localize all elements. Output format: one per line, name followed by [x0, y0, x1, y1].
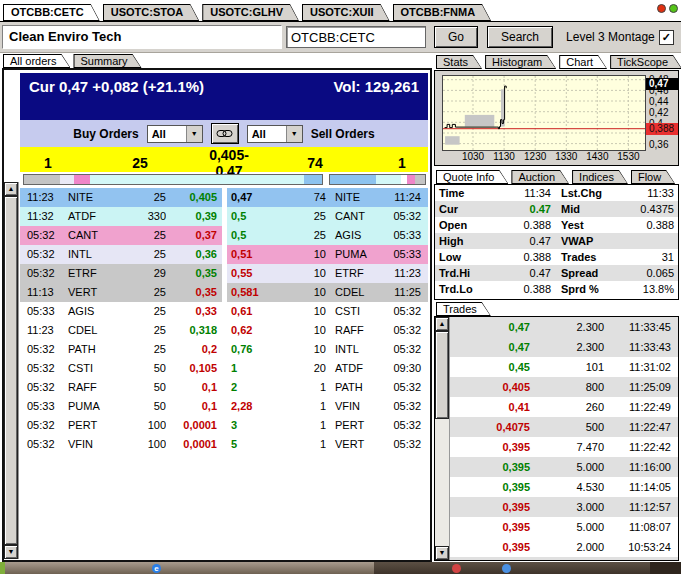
ask-cell[interactable]: 5 1 VERT 05:32 [227, 435, 428, 454]
quote-tab[interactable]: Quote Info [436, 170, 508, 184]
trades-tab[interactable]: Trades [436, 302, 491, 316]
chevron-down-icon[interactable]: ▼ [286, 126, 302, 142]
bid-cell[interactable]: 05:32 INTL 25 0,36 [20, 245, 222, 264]
order-book-row[interactable]: 11:32 ATDF 330 0,39 0,5 25 CANT 05:32 [20, 207, 428, 226]
ask-cell[interactable]: 0,61 10 CSTI 05:32 [227, 302, 428, 321]
symbol-tab[interactable]: OTCBB:FNMA [393, 4, 492, 21]
depth-segment [24, 175, 60, 184]
orders-view-tab[interactable]: All orders [3, 54, 70, 68]
bid-cell[interactable]: 11:32 ATDF 330 0,39 [20, 207, 222, 226]
close-icon[interactable] [657, 4, 666, 13]
order-book-row[interactable]: 05:32 CSTI 50 0,105 1 20 ATDF 09:30 [20, 359, 428, 378]
level3-montage-checkbox[interactable]: ✓ [659, 30, 674, 45]
minimize-icon[interactable] [669, 4, 678, 13]
bid-cell[interactable]: 05:32 RAFF 50 0,1 [20, 378, 222, 397]
bid-time: 05:32 [20, 435, 63, 454]
scroll-up-icon[interactable]: ▲ [435, 317, 449, 331]
order-book-row[interactable]: 11:23 NITE 25 0,405 0,47 74 NITE 11:24 [20, 188, 428, 207]
trade-size: 4.530 [530, 477, 604, 497]
ask-time: 05:32 [381, 397, 428, 416]
media-app-icon[interactable] [452, 564, 461, 573]
ask-cell[interactable]: 3 1 PERT 05:32 [227, 416, 428, 435]
ask-cell[interactable]: 0,5 25 CANT 05:32 [227, 207, 428, 226]
browser-icon[interactable]: e [152, 564, 161, 573]
symbol-tab[interactable]: USOTC:STOA [103, 4, 200, 21]
bid-cell[interactable]: 05:32 CANT 25 0,37 [20, 226, 222, 245]
buy-filter-select[interactable]: All ▼ [147, 125, 203, 143]
trades-scrollbar-thumb[interactable] [435, 331, 449, 419]
bid-time: 05:32 [20, 359, 63, 378]
ask-cell[interactable]: 2,28 1 VFIN 05:32 [227, 397, 428, 416]
quote-value [623, 233, 674, 249]
book-scrollbar-thumb[interactable] [4, 196, 18, 545]
order-book-row[interactable]: 05:32 PERT 100 0,0001 3 1 PERT 05:32 [20, 416, 428, 435]
sell-filter-select[interactable]: All ▼ [247, 125, 303, 143]
ask-cell[interactable]: 0,76 10 INTL 05:32 [227, 340, 428, 359]
search-button[interactable]: Search [487, 26, 553, 48]
order-book-row[interactable]: 05:32 INTL 25 0,36 0,51 10 PUMA 05:33 [20, 245, 428, 264]
analysis-tab[interactable]: Chart [559, 55, 607, 69]
symbol-input[interactable] [286, 26, 426, 48]
order-book-row[interactable]: 05:32 RAFF 50 0,1 2 1 PATH 05:32 [20, 378, 428, 397]
bid-cell[interactable]: 05:32 PERT 100 0,0001 [20, 416, 222, 435]
trade-row: 0,395 2.000 10:53:24 [450, 537, 678, 557]
symbol-tab-label: OTCBB:FNMA [393, 4, 492, 21]
start-edge-icon[interactable] [0, 562, 5, 574]
go-button[interactable]: Go [434, 26, 478, 48]
ask-size: 1 [285, 378, 326, 397]
ask-cell[interactable]: 0,55 10 ETRF 11:23 [227, 264, 428, 283]
window-controls [657, 4, 678, 13]
analysis-tab[interactable]: TickScope [610, 55, 681, 69]
order-book-row[interactable]: 05:32 ETRF 29 0,35 0,55 10 ETRF 11:23 [20, 264, 428, 283]
bid-time: 11:23 [20, 321, 63, 340]
bid-cell[interactable]: 11:23 CDEL 25 0,318 [20, 321, 222, 340]
ask-cell[interactable]: 1 20 ATDF 09:30 [227, 359, 428, 378]
bid-cell[interactable]: 11:23 NITE 25 0,405 [20, 188, 222, 207]
order-book-row[interactable]: 05:33 AGIS 25 0,33 0,61 10 CSTI 05:32 [20, 302, 428, 321]
quote-label: High [439, 233, 493, 249]
chat-app-icon[interactable] [502, 564, 511, 573]
ask-cell[interactable]: 0,5 25 AGIS 05:33 [227, 226, 428, 245]
bid-cell[interactable]: 05:32 PATH 25 0,2 [20, 340, 222, 359]
book-scrollbar[interactable]: ▲ ▼ [4, 182, 19, 559]
scroll-up-icon[interactable]: ▲ [4, 182, 18, 196]
bid-cell[interactable]: 05:33 AGIS 25 0,33 [20, 302, 222, 321]
chevron-down-icon[interactable]: ▼ [186, 126, 202, 142]
ask-cell[interactable]: 0,62 10 RAFF 05:32 [227, 321, 428, 340]
quote-tab[interactable]: Indices [572, 170, 628, 184]
order-book-row[interactable]: 05:32 VFIN 100 0,0001 5 1 VERT 05:32 [20, 435, 428, 454]
bid-cell[interactable]: 05:32 CSTI 50 0,105 [20, 359, 222, 378]
trades-scrollbar[interactable]: ▲ ▼ [435, 317, 450, 560]
bid-time: 05:32 [20, 264, 63, 283]
scroll-down-icon[interactable]: ▼ [435, 546, 449, 560]
bid-cell[interactable]: 11:13 VERT 25 0,35 [20, 283, 222, 302]
symbol-tab[interactable]: USOTC:GLHV [202, 4, 299, 21]
order-book-row[interactable]: 05:32 CANT 25 0,37 0,5 25 AGIS 05:33 [20, 226, 428, 245]
order-book-row[interactable]: 05:32 PATH 25 0,2 0,76 10 INTL 05:32 [20, 340, 428, 359]
ask-cell[interactable]: 0,581 10 CDEL 11:25 [227, 283, 428, 302]
ask-mm: RAFF [326, 321, 381, 340]
quote-tab[interactable]: Flow [631, 170, 675, 184]
symbol-tab[interactable]: USOTC:XUII [302, 4, 390, 21]
scroll-down-icon[interactable]: ▼ [4, 545, 18, 559]
bid-cell[interactable]: 05:32 VFIN 100 0,0001 [20, 435, 222, 454]
ask-cell[interactable]: 2 1 PATH 05:32 [227, 378, 428, 397]
ask-mm: VERT [326, 435, 381, 454]
analysis-tab[interactable]: Histogram [485, 55, 556, 69]
ask-mm: CANT [326, 207, 381, 226]
link-filters-button[interactable] [211, 123, 239, 144]
quote-tab[interactable]: Auction [511, 170, 569, 184]
depth-bars [20, 172, 428, 188]
analysis-tab[interactable]: Stats [436, 55, 482, 69]
symbol-tab[interactable]: OTCBB:CETC [3, 4, 100, 21]
trades-scrollbar-track[interactable] [435, 419, 449, 546]
order-book-row[interactable]: 11:23 CDEL 25 0,318 0,62 10 RAFF 05:32 [20, 321, 428, 340]
order-book-row[interactable]: 11:13 VERT 25 0,35 0,581 10 CDEL 11:25 [20, 283, 428, 302]
orders-view-tab[interactable]: Summary [73, 54, 141, 68]
bid-cell[interactable]: 05:33 PUMA 50 0,1 [20, 397, 222, 416]
bid-cell[interactable]: 05:32 ETRF 29 0,35 [20, 264, 222, 283]
order-book-row[interactable]: 05:33 PUMA 50 0,1 2,28 1 VFIN 05:32 [20, 397, 428, 416]
ask-cell[interactable]: 0,51 10 PUMA 05:33 [227, 245, 428, 264]
ask-cell[interactable]: 0,47 74 NITE 11:24 [227, 188, 428, 207]
company-name-field: Clean Enviro Tech [2, 25, 282, 49]
